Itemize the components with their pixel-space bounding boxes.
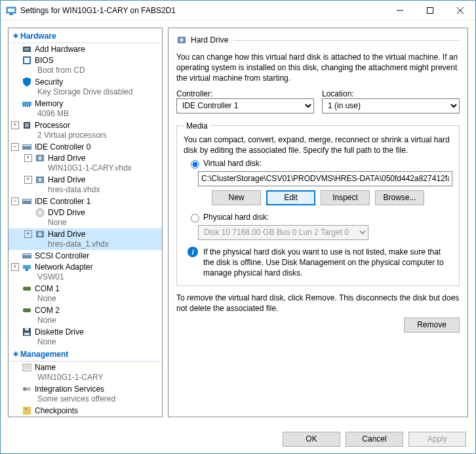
tree-diskette-sub: None (9, 337, 162, 348)
cancel-button[interactable]: Cancel (346, 432, 403, 447)
tree-add-hardware[interactable]: Add Hardware (9, 43, 162, 54)
tree-network[interactable]: + Network Adapter (9, 261, 162, 272)
settings-window: Settings for WIN10G1-1-CARY on FABS2D1 ✶… (0, 0, 476, 454)
vm-settings-icon (6, 5, 16, 16)
tree-ide1-dvd[interactable]: DVD Drive (9, 207, 162, 218)
section-management[interactable]: ✶ Management (10, 348, 161, 361)
content-area: ✶ Hardware Add Hardware BIOS Boot from C… (1, 20, 475, 424)
new-button[interactable]: New (212, 190, 261, 205)
controller-icon (22, 196, 32, 207)
detail-title: Hard Drive (191, 35, 228, 45)
tree-label: Name (35, 363, 56, 372)
tree-integration-sub: Some services offered (9, 394, 162, 405)
ok-button[interactable]: OK (283, 432, 340, 447)
location-label: Location: (322, 89, 460, 98)
maximize-button[interactable] (415, 1, 445, 20)
tree-ide0-harddrive2[interactable]: + Hard Drive (9, 174, 162, 185)
svg-rect-35 (23, 308, 31, 312)
section-label: Hardware (20, 31, 56, 41)
remove-button[interactable]: Remove (404, 318, 460, 333)
tree-label: Checkpoints (35, 406, 78, 415)
svg-rect-38 (24, 333, 30, 335)
tree-label: Integration Services (35, 384, 104, 394)
svg-rect-25 (23, 199, 31, 201)
hardware-tree[interactable]: ✶ Hardware Add Hardware BIOS Boot from C… (8, 28, 163, 417)
tree-ide1[interactable]: − IDE Controller 1 (9, 196, 162, 207)
tree-integration[interactable]: Integration Services (9, 383, 162, 394)
tree-label: BIOS (35, 56, 54, 65)
tree-label: IDE Controller 0 (35, 142, 90, 152)
dvd-icon (35, 207, 45, 218)
svg-rect-4 (427, 7, 433, 13)
tree-name[interactable]: Name (9, 361, 162, 373)
browse-button[interactable]: Browse... (375, 190, 424, 205)
tree-label: COM 2 (35, 306, 60, 315)
tree-processor-sub: 2 Virtual processors (9, 131, 162, 141)
svg-rect-12 (23, 106, 24, 107)
edit-button[interactable]: Edit (266, 190, 315, 205)
info-icon: i (188, 247, 198, 257)
tree-bios[interactable]: BIOS (9, 54, 162, 66)
physical-hard-disk-radio[interactable] (191, 214, 199, 222)
svg-rect-1 (8, 9, 14, 12)
info-text: If the physical hard disk you want to us… (203, 247, 452, 279)
tree-label: COM 1 (35, 284, 60, 293)
tree-network-sub: VSW01 (9, 272, 162, 283)
tree-com1[interactable]: COM 1 (9, 283, 162, 294)
tree-ide0-harddrive[interactable]: + Hard Drive (9, 152, 162, 163)
tree-name-sub: WIN10G1-1-CARY (9, 373, 162, 383)
svg-rect-8 (24, 48, 30, 51)
com-port-icon (22, 305, 32, 316)
tree-label: Memory (35, 99, 63, 108)
svg-point-29 (38, 232, 42, 236)
location-select[interactable]: 1 (in use) (322, 98, 460, 114)
network-icon (22, 262, 32, 272)
tree-processor[interactable]: + Processor (9, 119, 162, 131)
tree-label: Diskette Drive (35, 327, 84, 337)
svg-rect-13 (25, 106, 26, 107)
media-group: Media You can compact, convert, expand, … (176, 121, 460, 286)
svg-point-42 (23, 387, 27, 391)
remove-description: To remove the virtual hard disk, click R… (176, 293, 460, 314)
tree-ide1-harddrive[interactable]: + Hard Drive (9, 228, 162, 239)
tree-security[interactable]: Security (9, 76, 162, 87)
vhd-label: Virtual hard disk: (203, 159, 262, 168)
tree-ide1-hd-sub: hres-data_1.vhdx (9, 239, 162, 250)
virtual-hard-disk-radio[interactable] (191, 160, 199, 169)
svg-rect-15 (29, 106, 30, 107)
tree-ide0-hd-sub: WIN10G1-1-CARY.vhdx (9, 163, 162, 174)
tree-label: IDE Controller 1 (35, 197, 90, 206)
detail-pane: Hard Drive You can change how this virtu… (168, 28, 468, 417)
svg-rect-39 (23, 364, 31, 371)
tree-label: SCSI Controller (35, 251, 89, 260)
tree-label: Network Adapter (35, 262, 93, 272)
tree-checkpoints[interactable]: Checkpoints (9, 405, 162, 416)
apply-button[interactable]: Apply (408, 432, 466, 447)
tree-label: Security (35, 77, 63, 87)
section-hardware[interactable]: ✶ Hardware (10, 30, 161, 43)
inspect-button[interactable]: Inspect (321, 190, 370, 205)
tree-com1-sub: None (9, 294, 162, 304)
tree-label: Hard Drive (48, 230, 85, 239)
tree-scsi[interactable]: SCSI Controller (9, 250, 162, 261)
tree-ide0[interactable]: − IDE Controller 0 (9, 141, 162, 152)
close-button[interactable] (445, 1, 475, 20)
shield-icon (22, 77, 32, 87)
tree-diskette[interactable]: Diskette Drive (9, 326, 162, 337)
tree-com2[interactable]: COM 2 (9, 304, 162, 316)
phd-label: Physical hard disk: (203, 213, 269, 222)
svg-point-21 (38, 156, 42, 160)
add-hardware-icon (22, 44, 32, 54)
harddrive-icon (176, 35, 187, 45)
diskette-icon (22, 327, 32, 337)
vhd-path-input[interactable] (198, 171, 452, 186)
tree-memory-sub: 4096 MB (9, 109, 162, 119)
svg-rect-33 (26, 269, 28, 271)
svg-rect-10 (24, 58, 30, 63)
bios-icon (22, 55, 32, 66)
window-controls (385, 1, 475, 20)
tree-memory[interactable]: Memory (9, 98, 162, 109)
controller-select[interactable]: IDE Controller 1 (176, 98, 314, 114)
minimize-button[interactable] (385, 1, 415, 20)
detail-description: You can change how this virtual hard dis… (176, 52, 460, 84)
